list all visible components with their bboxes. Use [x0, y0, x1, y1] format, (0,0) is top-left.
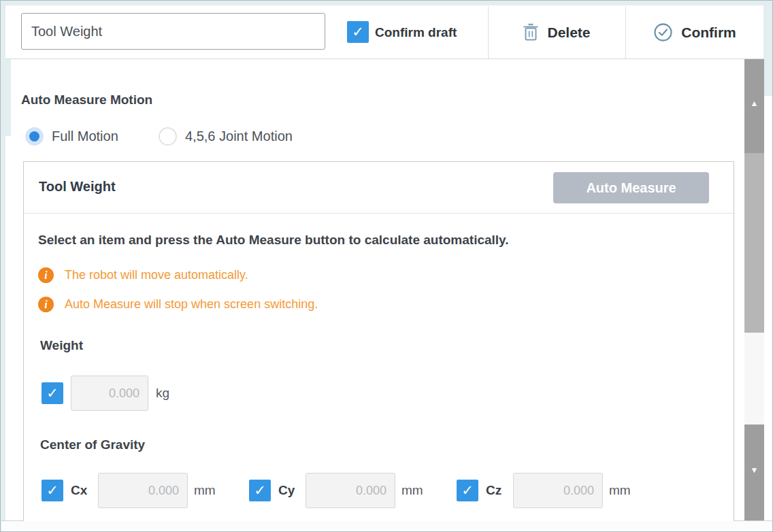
check-icon: ✓ — [352, 24, 364, 40]
cz-input[interactable] — [513, 473, 603, 508]
confirm-button[interactable]: Confirm — [626, 6, 763, 59]
up-arrow-icon: ▲ — [744, 99, 764, 108]
cy-checkbox[interactable]: ✓ — [249, 480, 271, 501]
auto-measure-button[interactable]: Auto Measure — [553, 172, 709, 203]
delete-button[interactable]: Delete — [489, 6, 625, 59]
confirm-button-label: Confirm — [681, 24, 736, 41]
cz-unit-label: mm — [609, 483, 631, 498]
notice-text: The robot will move automatically. — [65, 268, 248, 282]
weight-input[interactable] — [71, 376, 148, 411]
scrollbar-down-button[interactable]: ▼ — [744, 425, 764, 520]
check-icon: ✓ — [461, 482, 474, 499]
radio-456-joint-motion-label: 4,5,6 Joint Motion — [185, 129, 293, 144]
cz-label: Cz — [486, 483, 513, 498]
instruction-text: Select an item and press the Auto Measur… — [38, 233, 509, 248]
cog-field-cx: ✓ Cx mm — [42, 473, 216, 508]
auto-measure-motion-heading: Auto Measure Motion — [21, 93, 152, 107]
radio-456-joint-motion[interactable]: 4,5,6 Joint Motion — [159, 127, 293, 146]
cx-input[interactable] — [98, 473, 188, 508]
notice-robot-move: i The robot will move automatically. — [38, 267, 248, 283]
scrollbar-thumb[interactable] — [744, 153, 764, 333]
notice-text: Auto Measure will stop when screen switc… — [65, 297, 318, 312]
cy-input[interactable] — [306, 473, 395, 508]
bottom-strip — [1, 520, 773, 532]
cz-checkbox[interactable]: ✓ — [457, 480, 478, 501]
check-icon: ✓ — [46, 385, 59, 401]
radio-full-motion-label: Full Motion — [52, 129, 118, 144]
cog-field-cy: ✓ Cy mm — [249, 473, 423, 508]
scrollbar-track[interactable] — [744, 333, 764, 425]
check-icon: ✓ — [46, 482, 59, 499]
delete-button-label: Delete — [547, 24, 590, 41]
confirm-draft-checkbox[interactable]: ✓ — [347, 21, 369, 43]
right-margin — [764, 96, 773, 520]
panel-header: Tool Weight Auto Measure — [24, 162, 734, 214]
radio-selected-icon — [25, 127, 44, 146]
trash-icon — [523, 23, 539, 41]
tool-name-input[interactable] — [21, 13, 325, 50]
tool-weight-panel: Tool Weight Auto Measure — [23, 161, 734, 521]
weight-checkbox[interactable]: ✓ — [42, 382, 63, 404]
tool-weight-screen: ✓ Confirm draft Delete Confirm Auto Meas… — [0, 0, 773, 532]
weight-unit-label: kg — [156, 386, 169, 401]
check-icon: ✓ — [254, 482, 266, 499]
cog-field-cz: ✓ Cz mm — [457, 473, 631, 508]
center-of-gravity-heading: Center of Gravity — [40, 437, 145, 452]
cx-unit-label: mm — [194, 483, 216, 498]
info-icon: i — [38, 297, 54, 312]
info-icon: i — [38, 267, 54, 283]
cx-checkbox[interactable]: ✓ — [42, 480, 63, 501]
cx-label: Cx — [71, 483, 98, 498]
panel-title: Tool Weight — [39, 179, 116, 195]
circle-check-icon — [653, 22, 673, 42]
weight-heading: Weight — [40, 338, 83, 353]
cy-label: Cy — [278, 483, 306, 498]
notice-screen-switching: i Auto Measure will stop when screen swi… — [38, 297, 318, 312]
confirm-draft-label: Confirm draft — [375, 25, 457, 40]
scrollbar-up-button[interactable]: ▲ — [744, 59, 764, 153]
radio-unselected-icon — [159, 127, 177, 146]
down-arrow-icon: ▼ — [744, 465, 764, 475]
radio-full-motion[interactable]: Full Motion — [25, 127, 118, 146]
cy-unit-label: mm — [401, 483, 423, 498]
left-edge-strip — [5, 59, 11, 136]
